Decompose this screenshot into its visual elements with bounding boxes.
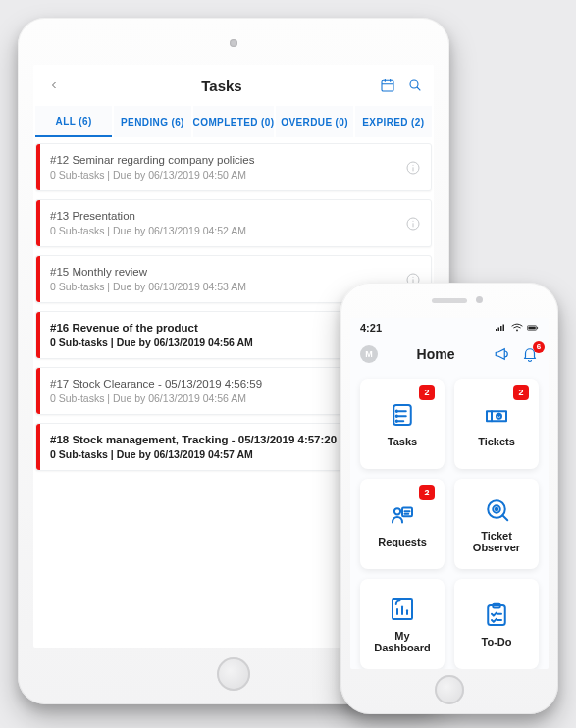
filter-tab-count: (6): [79, 116, 91, 127]
phone-device: 4:21 M Home 6 2Tasks2Tickets2RequestsTic…: [340, 283, 558, 714]
tablet-header: Tasks: [33, 65, 434, 106]
tile-badge: 2: [419, 385, 435, 400]
tile-todo[interactable]: To-Do: [454, 579, 539, 669]
info-icon: [405, 216, 421, 232]
task-subtitle: 0 Sub-tasks | Due by 06/13/2019 04:50 AM: [50, 169, 419, 181]
task-title: #12 Seminar regarding company policies: [50, 154, 419, 166]
tile-dashboard[interactable]: MyDashboard: [360, 579, 445, 669]
filter-tab-pending[interactable]: PENDING(6): [114, 106, 190, 137]
svg-point-14: [412, 276, 413, 277]
svg-point-36: [394, 508, 400, 514]
tablet-home-button[interactable]: [217, 657, 250, 691]
svg-rect-21: [503, 324, 505, 331]
tile-grid: 2Tasks2Tickets2RequestsTicketObserverMyD…: [350, 371, 549, 669]
phone-header-actions: 6: [494, 345, 539, 363]
filter-tabs: ALL(6)PENDING(6)COMPLETED(0)OVERDUE(0)EX…: [33, 106, 434, 137]
filter-tab-count: (0): [261, 117, 274, 128]
task-info-button[interactable]: [405, 160, 421, 176]
svg-line-5: [417, 87, 420, 90]
svg-rect-19: [498, 327, 500, 331]
task-card[interactable]: #13 Presentation0 Sub-tasks | Due by 06/…: [35, 199, 432, 247]
svg-rect-18: [496, 329, 497, 331]
svg-point-4: [410, 80, 418, 88]
tile-observer[interactable]: TicketObserver: [454, 479, 539, 569]
phone-screen: 4:21 M Home 6 2Tasks2Tickets2RequestsTic…: [350, 318, 549, 669]
search-button[interactable]: [406, 77, 424, 94]
phone-camera: [476, 296, 483, 303]
filter-tab-count: (0): [335, 117, 347, 128]
svg-point-31: [396, 416, 398, 418]
battery-icon: [527, 323, 539, 333]
filter-tab-label: OVERDUE: [281, 117, 332, 128]
dashboard-icon: [388, 595, 417, 624]
tile-label: MyDashboard: [374, 630, 430, 654]
info-icon: [405, 160, 421, 176]
status-time: 4:21: [360, 322, 382, 334]
filter-tab-label: EXPIRED: [362, 117, 408, 128]
tile-label: Tickets: [478, 436, 515, 448]
svg-rect-20: [500, 326, 502, 331]
tile-label: Tasks: [388, 436, 417, 448]
svg-rect-0: [382, 80, 393, 91]
page-title: Tasks: [65, 78, 379, 94]
status-icons: [496, 323, 539, 333]
filter-tab-label: COMPLETED: [193, 117, 258, 128]
filter-tab-count: (2): [411, 117, 424, 128]
svg-rect-25: [537, 327, 538, 329]
phone-header: M Home 6: [350, 337, 549, 371]
tile-label: To-Do: [482, 636, 512, 649]
tile-tasks[interactable]: 2Tasks: [360, 379, 445, 469]
task-title: #15 Monthly review: [50, 266, 419, 278]
todo-icon: [482, 600, 511, 630]
phone-home-button[interactable]: [435, 675, 464, 704]
svg-point-22: [516, 329, 518, 331]
header-actions: [379, 77, 424, 94]
announcements-button[interactable]: [494, 345, 511, 363]
tickets-icon: [482, 400, 511, 430]
svg-point-30: [396, 411, 398, 413]
notifications-badge: 6: [533, 341, 545, 353]
filter-tab-expired[interactable]: EXPIRED(2): [355, 106, 432, 137]
tile-label: Requests: [378, 536, 427, 548]
calendar-button[interactable]: [379, 77, 396, 94]
svg-point-11: [412, 220, 413, 221]
phone-page-title: Home: [378, 346, 494, 362]
filter-tab-count: (6): [171, 117, 183, 128]
calendar-icon: [380, 78, 395, 93]
chevron-left-icon: [48, 79, 60, 91]
task-card[interactable]: #12 Seminar regarding company policies0 …: [35, 143, 432, 191]
svg-point-32: [396, 421, 398, 423]
svg-rect-24: [528, 326, 535, 329]
task-subtitle: 0 Sub-tasks | Due by 06/13/2019 04:52 AM: [50, 225, 419, 236]
filter-tab-all[interactable]: ALL(6): [35, 106, 112, 137]
tile-tickets[interactable]: 2Tickets: [454, 379, 539, 469]
filter-tab-completed[interactable]: COMPLETED(0): [193, 106, 275, 137]
filter-tab-overdue[interactable]: OVERDUE(0): [276, 106, 352, 137]
filter-tab-label: PENDING: [121, 117, 168, 128]
task-info-button[interactable]: [405, 216, 421, 232]
svg-point-42: [496, 508, 498, 511]
notifications-button[interactable]: 6: [521, 345, 539, 363]
tile-requests[interactable]: 2Requests: [360, 479, 445, 569]
signal-icon: [496, 323, 507, 333]
svg-line-43: [502, 515, 507, 520]
wifi-icon: [511, 323, 523, 333]
svg-point-8: [412, 164, 413, 165]
tile-label: TicketObserver: [473, 530, 520, 554]
task-title: #13 Presentation: [50, 210, 419, 222]
observer-icon: [482, 494, 511, 524]
megaphone-icon: [494, 345, 511, 363]
phone-speaker: [432, 298, 467, 303]
tile-badge: 2: [419, 485, 435, 500]
search-icon: [407, 78, 423, 93]
tasks-icon: [388, 400, 417, 430]
requests-icon: [388, 500, 417, 530]
status-bar: 4:21: [350, 318, 549, 337]
back-button[interactable]: [43, 75, 65, 96]
avatar[interactable]: M: [360, 345, 378, 363]
tablet-camera: [230, 39, 237, 47]
filter-tab-label: ALL: [56, 116, 77, 127]
tile-badge: 2: [513, 385, 529, 400]
